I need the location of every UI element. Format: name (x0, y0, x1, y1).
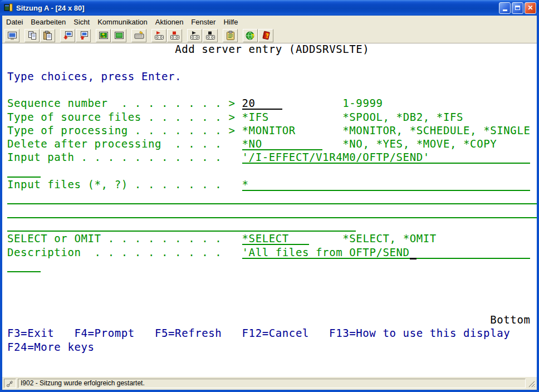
toolbar-group (223, 29, 238, 42)
maximize-button[interactable] (512, 2, 523, 14)
copy-icon (27, 31, 37, 41)
keyboard-setup-icon (134, 31, 144, 41)
title-bar[interactable]: Sitzung A - [24 x 80] ✕ (0, 0, 539, 16)
help-index-button[interactable]: ? (258, 29, 273, 42)
terminal-text: Type of processing . . . . . . . > (7, 126, 236, 136)
paste-button[interactable] (40, 29, 55, 42)
display-session-icon (7, 31, 17, 41)
terminal-text: 1-9999 (342, 99, 383, 109)
terminal-input-field[interactable]: 'All files from OFTP/SEND (242, 248, 531, 259)
terminal-input-field[interactable]: *SELECT (242, 234, 309, 245)
terminal-text: Add server entry (ADDSRVSLTE) (175, 45, 369, 55)
send-capture-icon (63, 31, 73, 41)
svg-text:?: ? (266, 33, 269, 39)
maximize-icon (515, 6, 520, 10)
macro-record-icon (154, 31, 164, 41)
clipboard-icon (226, 31, 236, 41)
terminal-input-field[interactable]: *NO (242, 139, 323, 150)
minimize-button[interactable] (499, 2, 511, 14)
menu-datei[interactable]: Datei (2, 17, 27, 27)
toolbar: ?? (2, 28, 537, 43)
receive-capture-icon (79, 31, 89, 41)
resize-grip[interactable] (527, 379, 536, 388)
menu-hilfe[interactable]: Hilfe (219, 17, 242, 27)
macro-stop-button[interactable] (203, 29, 218, 42)
terminal-text: Type of source files . . . . . . > (7, 112, 236, 122)
terminal-text: *SELECT, *OMIT (342, 234, 437, 244)
menu-aktionen[interactable]: Aktionen (151, 17, 188, 27)
menu-fenster[interactable]: Fenster (187, 17, 219, 27)
terminal-text: Bottom (490, 315, 530, 325)
macro-record-button[interactable] (151, 29, 166, 42)
paste-icon (43, 31, 53, 41)
color-setup-icon (99, 31, 109, 41)
close-icon: ✕ (527, 4, 533, 11)
terminal-text: *SPOOL, *DB2, *IFS (342, 112, 463, 122)
connection-icon (4, 379, 16, 388)
terminal-input-field[interactable] (7, 207, 537, 218)
status-bar: I902 - Sitzung wurde erfolgreich gestart… (2, 376, 537, 390)
terminal-text: *IFS (242, 112, 269, 122)
terminal-input-field[interactable] (7, 193, 537, 204)
status-message: I902 - Sitzung wurde erfolgreich gestart… (18, 379, 526, 388)
terminal-text: Input files (*, ?) . . . . . . . (7, 180, 222, 190)
macro-stop-icon (205, 31, 215, 41)
menu-sicht[interactable]: Sicht (70, 17, 94, 27)
terminal-text: Sequence number . . . . . . . . > (7, 99, 236, 109)
terminal-text: *NO, *YES, *MOVE, *COPY (342, 139, 497, 149)
terminal-input-field[interactable] (7, 166, 41, 178)
close-button[interactable]: ✕ (525, 2, 536, 14)
terminal-input-field[interactable]: * (242, 180, 531, 191)
terminal-text: *MONITOR, *SCHEDULE, *SINGLE (342, 126, 530, 136)
minimize-icon (503, 9, 507, 11)
copy-button[interactable] (24, 29, 40, 42)
receive-capture-button[interactable] (76, 29, 91, 42)
app-window: Sitzung A - [24 x 80] ✕ DateiBearbeitenS… (0, 0, 539, 392)
toolbar-group (4, 29, 20, 42)
menu-kommunikation[interactable]: Kommunikation (94, 17, 151, 27)
terminal-text: Delete after processing . . . . (7, 139, 222, 149)
toolbar-group (131, 29, 147, 42)
terminal-input-field[interactable] (7, 220, 356, 232)
macro-play-button[interactable] (187, 29, 202, 42)
terminal-text: Description . . . . . . . . . . (7, 248, 222, 258)
terminal-input-field[interactable] (7, 261, 41, 272)
terminal-screen[interactable]: Add server entry (ADDSRVSLTE)Type choice… (2, 43, 537, 376)
window-title: Sitzung A - [24 x 80] (16, 4, 499, 12)
toolbar-group: ?? (243, 29, 274, 42)
terminal-text: F24=More keys (7, 342, 95, 352)
window-controls: ✕ (499, 2, 536, 14)
toolbar-group (24, 29, 56, 42)
terminal-text: SELECT or OMIT . . . . . . . . . (7, 234, 222, 244)
macro-record-stop-button[interactable] (167, 29, 182, 42)
terminal-text: Type choices, press Enter. (7, 72, 182, 82)
toolbar-group (187, 29, 218, 42)
toolbar-group (96, 29, 127, 42)
terminal-input-field[interactable]: '/I-EFFECT/V1R4M0/OFTP/SEND' (242, 153, 531, 164)
keyboard-setup-button[interactable] (131, 29, 146, 42)
terminal-text: *MONITOR (242, 126, 296, 136)
help-index-icon: ? (261, 31, 271, 41)
toolbar-group (60, 29, 91, 42)
terminal-text: Input path . . . . . . . . . . . (7, 153, 222, 163)
toolbar-group (151, 29, 183, 42)
menu-bar: DateiBearbeitenSichtKommunikationAktione… (2, 16, 537, 28)
web-help-button[interactable]: ? (243, 29, 258, 42)
session-icon (4, 3, 13, 12)
clipboard-button[interactable] (223, 29, 238, 42)
macro-play-icon (190, 31, 200, 41)
color-setup-button[interactable] (96, 29, 111, 42)
send-capture-button[interactable] (60, 29, 75, 42)
terminal-text: F3=Exit F4=Prompt F5=Refresh F12=Cancel … (7, 329, 510, 339)
display-session-button[interactable] (4, 29, 19, 42)
svg-text:?: ? (251, 33, 254, 40)
macro-record-stop-icon (170, 31, 180, 41)
menu-bearbeiten[interactable]: Bearbeiten (27, 17, 70, 27)
display-setup-button[interactable] (111, 29, 126, 42)
terminal-input-field[interactable]: 20 (242, 99, 282, 110)
text-cursor (410, 258, 416, 259)
web-help-icon: ? (246, 31, 256, 41)
display-setup-icon (114, 31, 124, 41)
